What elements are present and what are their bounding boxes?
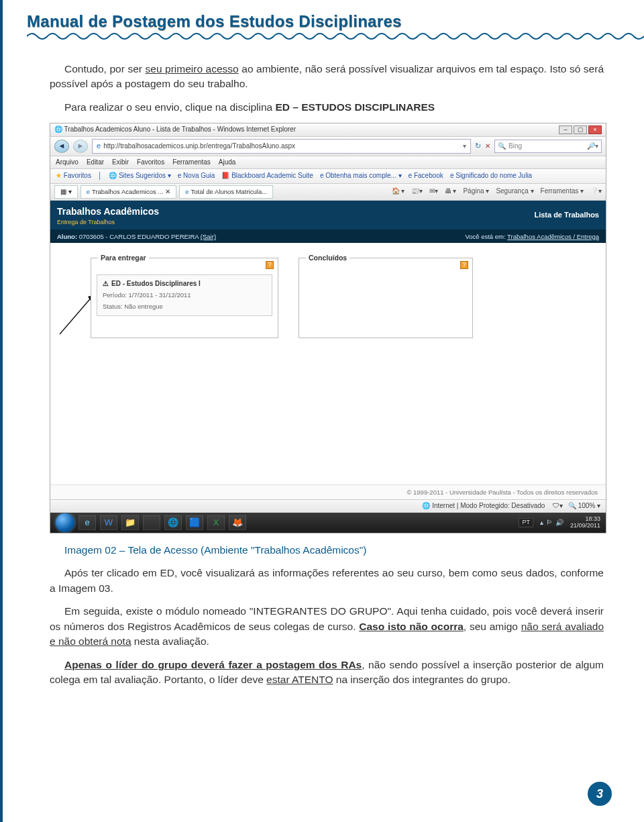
favorites-bar[interactable]: ★ Favoritos │ 🌐 Sites Sugeridos ▾ e Nova… [50,169,606,184]
taskbar-app-icon[interactable]: 🟦 [186,515,203,530]
start-button[interactable] [56,513,74,532]
aluno-info: Aluno: 0703605 - CARLOS EDUARDO PEREIRA … [57,232,216,242]
image-caption: Imagem 02 – Tela de Acesso (Ambiente "Tr… [64,543,604,558]
para-entregar-panel: Para entregar ? ⚠ED - Estudos Disciplina… [91,258,278,338]
embedded-screenshot: 🌐 Trabalhos Academicos Aluno - Lista de … [50,123,606,533]
stop-button[interactable]: ✕ [485,142,490,152]
paragraph-1: Contudo, por ser seu primeiro acesso ao … [50,62,604,92]
language-indicator[interactable]: PT [519,518,533,527]
clock[interactable]: 18:33 21/09/2011 [570,516,600,529]
sair-link[interactable]: (Sair) [201,233,216,240]
command-bar[interactable]: 🏠▾ 📰▾ ✉▾ 🖶 ▾ Página ▾ Segurança ▾ Ferram… [392,187,602,197]
paragraph-3: Após ter clicado em ED, você visualizará… [50,566,604,596]
ed-discipline-item[interactable]: ⚠ED - Estudos Disciplinares I Período: 1… [97,274,272,316]
taskbar-firefox-icon[interactable]: 🦊 [229,515,246,530]
taskbar-word-icon[interactable]: W [100,515,117,530]
taskbar-ie-icon[interactable]: e [78,515,96,530]
paragraph-4: Em seguida, existe o módulo nomeado "INT… [50,604,604,649]
taskbar-folder-icon[interactable]: 🗂 [143,515,160,530]
help-icon[interactable]: ? [266,261,274,269]
system-tray[interactable]: ▴🏳🔊 [540,519,564,526]
window-title: 🌐 Trabalhos Academicos Aluno - Lista de … [54,125,296,135]
refresh-button[interactable]: ↻ [475,141,481,152]
taskbar-explorer-icon[interactable]: 📁 [121,515,139,530]
taskbar-excel-icon[interactable]: X [207,515,225,530]
browser-tab-1[interactable]: eTrabalhos Academicos ... ✕ [80,185,177,199]
page-number: 3 [588,782,612,806]
app-header: Trabalhos Acadêmicos Entrega de Trabalho… [50,201,606,231]
wave-separator [27,31,644,42]
menu-bar[interactable]: ArquivoEditarExibirFavoritosFerramentasA… [50,156,606,170]
paragraph-2: Para realizar o seu envio, clique na dis… [50,100,604,115]
quick-tabs-button[interactable]: ▦ ▾ [54,185,78,199]
forward-button[interactable]: ► [73,140,88,153]
close-button[interactable]: × [588,125,602,134]
concluidos-legend: Concluídos [306,253,350,263]
svg-line-0 [60,295,93,334]
search-box[interactable]: 🔍Bing 🔎▾ [494,140,602,154]
para-entregar-legend: Para entregar [98,253,149,263]
maximize-button[interactable]: ▢ [574,125,587,134]
minimize-button[interactable]: – [559,125,572,134]
browser-tab-2[interactable]: eTotal de Alunos Matricula... [179,185,273,199]
paragraph-5: Apenas o líder do grupo deverá fazer a p… [50,658,604,688]
copyright: © 1999-2011 - Universidade Paulista - To… [50,484,606,500]
app-title: Trabalhos Acadêmicos [57,205,159,218]
taskbar-ie2-icon[interactable]: 🌐 [164,515,182,530]
concluidos-panel: Concluídos ? [299,258,473,338]
breadcrumb: Você está em: Trabalhos Acadêmicos / Ent… [465,232,599,242]
back-button[interactable]: ◄ [54,140,69,153]
page-heading: Lista de Trabalhos [534,210,599,221]
taskbar[interactable]: e W 📁 🗂 🌐 🟦 X 🦊 PT ▴🏳🔊 18:33 21/09/2011 [50,513,606,533]
help-icon[interactable]: ? [460,261,468,269]
doc-title: Manual de Postagem dos Estudos Disciplin… [27,12,644,31]
app-subtitle: Entrega de Trabalhos [57,218,159,227]
status-bar: 🌐 Internet | Modo Protegido: Desativado … [50,499,606,513]
address-bar[interactable]: ehttp://trabalhosacademicos.unip.br/entr… [92,139,471,154]
